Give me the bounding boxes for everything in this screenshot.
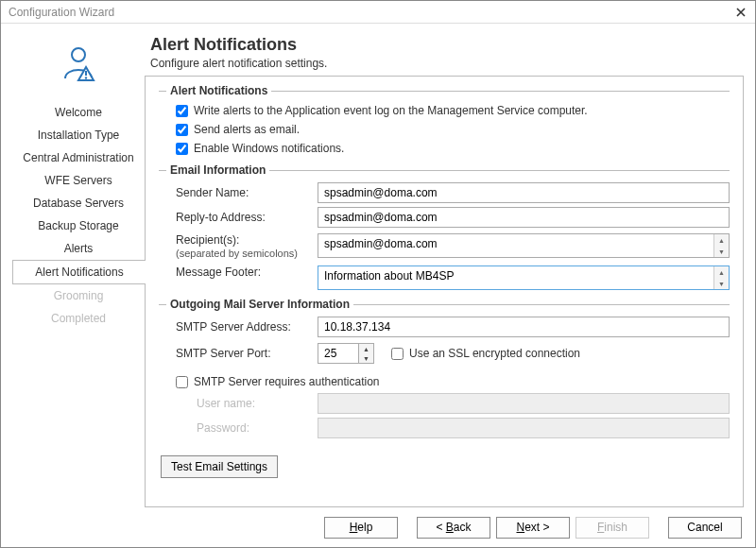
- label-message-footer: Message Footer:: [176, 265, 318, 279]
- input-username: [318, 393, 730, 414]
- label-sender-name: Sender Name:: [176, 186, 318, 199]
- group-alert-notifications: Alert Notifications Write alerts to the …: [159, 84, 730, 158]
- input-password: [318, 418, 730, 438]
- checkbox-windows-notif-label: Enable Windows notifications.: [194, 142, 344, 155]
- svg-point-2: [85, 77, 87, 78]
- chevron-up-icon: ▲: [359, 344, 373, 353]
- wizard-window: Configuration Wizard WelcomeInstallation…: [0, 0, 756, 548]
- checkbox-smtp-auth-label: SMTP Server requires authentication: [194, 375, 380, 388]
- checkbox-windows-notif-input[interactable]: [176, 143, 188, 155]
- nav-item-alerts[interactable]: Alerts: [12, 237, 145, 260]
- help-button[interactable]: Help: [324, 517, 398, 539]
- nav-item-installation-type[interactable]: Installation Type: [12, 124, 145, 146]
- nav-item-completed: Completed: [12, 307, 145, 330]
- nav-item-central-administration[interactable]: Central Administration: [12, 146, 145, 169]
- close-icon: [736, 8, 746, 17]
- nav-item-alert-notifications[interactable]: Alert Notifications: [12, 260, 146, 284]
- titlebar: Configuration Wizard: [1, 1, 755, 24]
- back-button[interactable]: < Back: [417, 517, 490, 539]
- label-smtp-address: SMTP Server Address:: [176, 320, 318, 334]
- label-reply-to: Reply-to Address:: [176, 211, 318, 224]
- input-message-footer[interactable]: [318, 266, 713, 289]
- checkbox-write-log-label: Write alerts to the Application event lo…: [194, 104, 588, 117]
- checkbox-ssl[interactable]: Use an SSL encrypted connection: [391, 347, 580, 360]
- main-panel: Alert Notifications Configure alert noti…: [145, 31, 744, 507]
- checkbox-write-log-input[interactable]: [176, 105, 188, 117]
- checkbox-send-email[interactable]: Send alerts as email.: [159, 120, 730, 139]
- footer: Help < Back Next > Finish Cancel: [1, 507, 755, 547]
- label-username: User name:: [197, 397, 318, 410]
- checkbox-send-email-input[interactable]: [176, 124, 188, 136]
- group-title-email: Email Information: [170, 163, 266, 177]
- finish-button: Finish: [576, 517, 649, 539]
- cancel-button[interactable]: Cancel: [668, 517, 742, 539]
- input-recipients[interactable]: [318, 234, 713, 257]
- chevron-up-icon: ▲: [714, 266, 729, 278]
- window-title: Configuration Wizard: [9, 6, 114, 19]
- form-panel: Alert Notifications Write alerts to the …: [145, 76, 744, 507]
- svg-point-0: [72, 48, 85, 61]
- chevron-down-icon: ▼: [714, 278, 729, 289]
- input-smtp-port[interactable]: [318, 344, 358, 363]
- chevron-down-icon: ▼: [359, 353, 373, 363]
- input-smtp-port-wrap: ▲▼: [318, 343, 374, 364]
- nav-item-backup-storage[interactable]: Backup Storage: [12, 214, 145, 237]
- chevron-up-icon: ▲: [714, 234, 729, 246]
- input-recipients-wrap: ▲▼: [318, 233, 730, 258]
- footer-scroll[interactable]: ▲▼: [713, 266, 729, 289]
- input-sender-name[interactable]: [318, 182, 730, 203]
- nav-item-database-servers[interactable]: Database Servers: [12, 192, 145, 214]
- content-area: WelcomeInstallation TypeCentral Administ…: [1, 24, 755, 507]
- nav-item-welcome[interactable]: Welcome: [12, 101, 145, 124]
- recipients-scroll[interactable]: ▲▼: [713, 234, 729, 257]
- input-reply-to[interactable]: [318, 207, 730, 228]
- checkbox-ssl-label: Use an SSL encrypted connection: [409, 347, 580, 360]
- checkbox-ssl-input[interactable]: [391, 348, 404, 360]
- group-email-info: Email Information Sender Name: Reply-to …: [159, 163, 730, 292]
- nav-item-grooming: Grooming: [12, 284, 145, 307]
- chevron-down-icon: ▼: [714, 246, 729, 257]
- checkbox-smtp-auth-input[interactable]: [176, 376, 188, 388]
- group-smtp: Outgoing Mail Server Information SMTP Se…: [159, 298, 730, 440]
- group-title-alerts: Alert Notifications: [170, 84, 267, 97]
- sidebar: WelcomeInstallation TypeCentral Administ…: [12, 31, 145, 507]
- checkbox-windows-notif[interactable]: Enable Windows notifications.: [159, 139, 730, 158]
- nav-item-wfe-servers[interactable]: WFE Servers: [12, 169, 145, 192]
- page-header: Alert Notifications Configure alert noti…: [145, 31, 744, 76]
- test-email-button[interactable]: Test Email Settings: [161, 455, 278, 478]
- label-smtp-port: SMTP Server Port:: [176, 347, 318, 360]
- checkbox-send-email-label: Send alerts as email.: [194, 123, 300, 136]
- checkbox-write-log[interactable]: Write alerts to the Application event lo…: [159, 101, 730, 120]
- checkbox-smtp-auth[interactable]: SMTP Server requires authentication: [159, 368, 730, 391]
- page-subtitle: Configure alert notification settings.: [150, 57, 744, 70]
- input-message-footer-wrap: ▲▼: [318, 265, 730, 290]
- close-button[interactable]: [730, 4, 751, 21]
- page-title: Alert Notifications: [150, 35, 744, 55]
- port-spinner[interactable]: ▲▼: [358, 344, 373, 363]
- input-smtp-address[interactable]: [318, 317, 730, 337]
- label-recipients: Recipient(s): (separated by semicolons): [176, 233, 318, 260]
- next-button[interactable]: Next >: [496, 517, 570, 539]
- group-title-smtp: Outgoing Mail Server Information: [170, 298, 350, 311]
- wizard-icon: [58, 43, 99, 84]
- label-password: Password:: [197, 421, 318, 435]
